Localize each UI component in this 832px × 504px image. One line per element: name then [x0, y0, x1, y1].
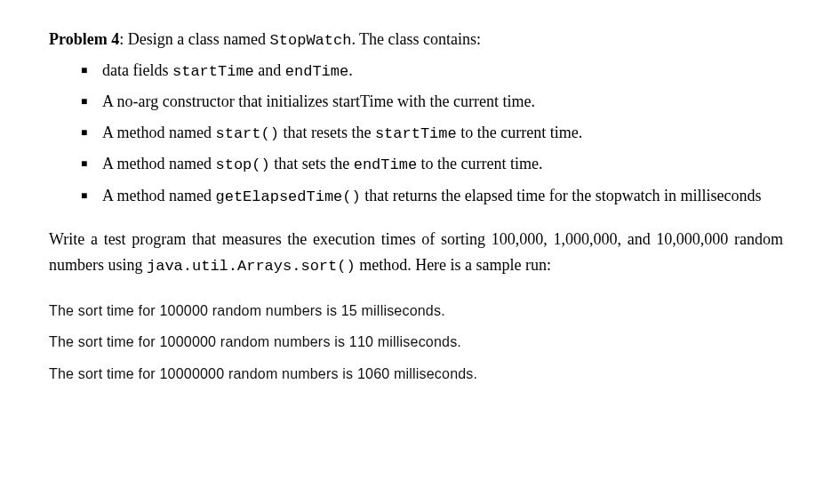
output-line: The sort time for 1000000 random numbers… — [49, 331, 783, 354]
code-text: endTime — [285, 63, 348, 80]
text-segment: that resets the — [279, 124, 375, 141]
list-item: A method named stop() that sets the endT… — [81, 151, 783, 177]
list-item: A method named start() that resets the s… — [81, 120, 783, 146]
text-segment: data fields — [102, 61, 172, 79]
text-segment: that returns the elapsed time for the st… — [361, 187, 762, 204]
text-segment: . — [348, 61, 353, 79]
header-classname: StopWatch — [270, 32, 352, 49]
code-text: stop() — [215, 156, 269, 173]
code-text: start() — [215, 125, 278, 142]
test-code: java.util.Arrays.sort() — [147, 258, 356, 275]
test-post: method. Here is a sample run: — [356, 256, 551, 274]
code-text: startTime — [172, 63, 254, 80]
code-text: endTime — [354, 156, 417, 173]
text-segment: that sets the — [270, 155, 354, 172]
list-item: A no-arg constructor that initializes st… — [81, 89, 783, 115]
text-segment: to the current time. — [417, 155, 542, 172]
list-item: A method named getElapsedTime() that ret… — [81, 183, 783, 209]
code-text: getElapsedTime() — [215, 188, 360, 205]
header-intro-pre: : Design a class named — [119, 30, 269, 48]
problem-header: Problem 4: Design a class named StopWatc… — [49, 27, 783, 52]
list-item: data fields startTime and endTime. — [81, 58, 783, 84]
output-line: The sort time for 100000 random numbers … — [49, 300, 783, 323]
header-intro-post: . The class contains: — [351, 30, 481, 48]
text-segment: to the current time. — [457, 124, 582, 141]
requirements-list: data fields startTime and endTime.A no-a… — [81, 58, 783, 209]
text-segment: and — [254, 61, 285, 79]
sample-output: The sort time for 100000 random numbers … — [49, 300, 783, 386]
text-segment: A method named — [102, 124, 215, 141]
code-text: startTime — [375, 125, 457, 142]
problem-label: Problem 4 — [49, 30, 119, 48]
text-segment: A no-arg constructor that initializes st… — [102, 92, 535, 110]
text-segment: A method named — [102, 187, 215, 204]
text-segment: A method named — [102, 155, 215, 172]
output-line: The sort time for 10000000 random number… — [49, 363, 783, 386]
test-paragraph: Write a test program that measures the e… — [49, 227, 783, 278]
